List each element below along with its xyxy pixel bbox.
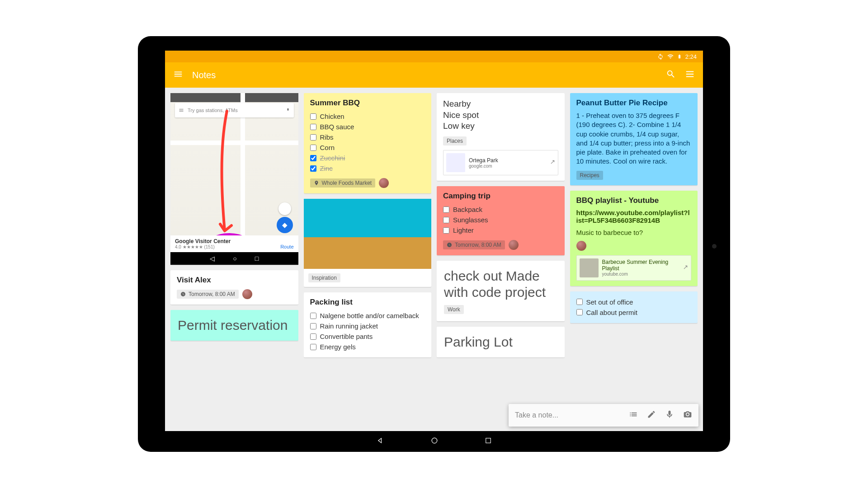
menu-icon[interactable]	[173, 69, 183, 81]
note-inspiration[interactable]: Inspiration	[304, 199, 432, 287]
checklist-item[interactable]: Zinc	[310, 163, 425, 174]
checklist-item[interactable]: Corn	[310, 142, 425, 153]
tag-chip[interactable]: Recipes	[576, 171, 603, 180]
note-todo[interactable]: Set out of officeCall about permit	[570, 291, 698, 323]
note-nearby[interactable]: Nearby Nice spot Low key Places Ortega P…	[437, 93, 565, 181]
wifi-icon	[667, 53, 674, 60]
draw-icon[interactable]	[647, 410, 656, 421]
checkbox[interactable]	[310, 124, 316, 130]
note-code-project[interactable]: check out Made with code project Work	[437, 261, 565, 321]
map-thumbnail: Try gas stations, ATMs 📍 ◆ Google Visito…	[170, 93, 298, 265]
svg-rect-1	[486, 438, 491, 443]
list-icon[interactable]	[629, 410, 638, 421]
checklist-label: Lighter	[453, 226, 474, 234]
camera-icon[interactable]	[683, 410, 692, 421]
checkbox[interactable]	[310, 323, 316, 329]
checklist-label: BBQ sauce	[320, 123, 354, 131]
checklist-item[interactable]: Nalgene bottle and/or camelback	[310, 310, 425, 321]
route-link: Route	[280, 244, 293, 249]
avatar	[242, 289, 252, 299]
checklist-label: Energy gels	[320, 343, 356, 351]
checkbox[interactable]	[310, 145, 316, 151]
note-title: Visit Alex	[177, 276, 292, 285]
open-link-icon	[682, 265, 688, 271]
nav-bar-thumb: ◁○□	[170, 252, 298, 265]
checkbox[interactable]	[310, 155, 316, 161]
link-card[interactable]: Barbecue Summer Evening Playlist youtube…	[576, 255, 692, 281]
take-note-input[interactable]: Take a note...	[515, 411, 620, 419]
take-note-bar[interactable]: Take a note...	[509, 404, 698, 427]
note-camping[interactable]: Camping trip BackpackSunglassesLighter T…	[437, 186, 565, 255]
reminder-chip[interactable]: Tomorrow, 8:00 AM	[177, 290, 239, 299]
checklist-item[interactable]: Zucchini	[310, 153, 425, 163]
my-location-icon	[278, 202, 291, 215]
checklist-item[interactable]: Energy gels	[310, 342, 425, 352]
checklist-label: Nalgene bottle and/or camelback	[320, 312, 419, 319]
note-title: Packing list	[310, 298, 425, 307]
app-title: Notes	[192, 70, 216, 80]
avatar	[509, 240, 519, 250]
open-link-icon	[549, 160, 555, 166]
checklist-label: Ribs	[320, 133, 334, 141]
checklist-item[interactable]: Call about permit	[576, 307, 692, 318]
checklist-item[interactable]: BBQ sauce	[310, 122, 425, 132]
checklist-label: Set out of office	[586, 298, 633, 306]
location-chip[interactable]: Whole Foods Market	[310, 178, 376, 188]
checklist-item[interactable]: Ribs	[310, 132, 425, 142]
map-arrow-annotation	[213, 109, 241, 244]
checkbox[interactable]	[310, 134, 316, 141]
note-title: Summer BBQ	[310, 99, 425, 108]
checkbox[interactable]	[310, 344, 316, 350]
directions-fab: ◆	[277, 217, 293, 233]
checkbox[interactable]	[310, 313, 316, 319]
link-card[interactable]: Ortega Park google.com	[443, 150, 558, 175]
checklist-label: Zinc	[320, 164, 333, 172]
checklist-item[interactable]: Chicken	[310, 111, 425, 122]
tag-chip[interactable]: Inspiration	[308, 273, 340, 282]
svg-point-0	[432, 438, 437, 443]
home-button[interactable]	[430, 436, 439, 447]
checkbox[interactable]	[576, 309, 583, 315]
tag-chip[interactable]: Places	[443, 136, 467, 145]
checkbox[interactable]	[310, 113, 316, 120]
note-map[interactable]: Try gas stations, ATMs 📍 ◆ Google Visito…	[170, 93, 298, 265]
note-playlist[interactable]: BBQ playlist - Youtube https://www.youtu…	[570, 191, 698, 286]
note-summer-bbq[interactable]: Summer BBQ ChickenBBQ sauceRibsCornZucch…	[304, 93, 432, 193]
mic-icon[interactable]	[665, 410, 674, 421]
checklist-item[interactable]: Sunglasses	[443, 215, 558, 225]
search-icon[interactable]	[666, 69, 676, 81]
checkbox[interactable]	[443, 227, 449, 234]
checkbox[interactable]	[576, 299, 583, 305]
tag-chip[interactable]: Work	[444, 305, 464, 314]
note-title: Camping trip	[443, 192, 558, 201]
clock-icon	[447, 242, 452, 248]
note-packing[interactable]: Packing list Nalgene bottle and/or camel…	[304, 292, 432, 357]
rotate-icon	[657, 53, 664, 60]
view-toggle-icon[interactable]	[685, 69, 695, 81]
status-time: 2:24	[685, 53, 697, 60]
checklist-item[interactable]: Convertible pants	[310, 331, 425, 342]
note-recipe[interactable]: Peanut Butter Pie Recipe 1 - Preheat ove…	[570, 93, 698, 185]
checkbox[interactable]	[310, 333, 316, 340]
link-thumb	[446, 153, 465, 172]
notes-grid[interactable]: Try gas stations, ATMs 📍 ◆ Google Visito…	[165, 88, 703, 431]
checkbox[interactable]	[443, 206, 449, 213]
note-permit[interactable]: Permit reservation	[170, 310, 298, 341]
overview-button[interactable]	[484, 436, 492, 446]
reminder-chip[interactable]: Tomorrow, 8:00 AM	[443, 240, 505, 249]
checklist-item[interactable]: Set out of office	[576, 297, 692, 307]
note-parking[interactable]: Parking Lot	[437, 327, 565, 357]
checklist-item[interactable]: Backpack	[443, 204, 558, 215]
checkbox[interactable]	[310, 165, 316, 172]
back-button[interactable]	[376, 436, 385, 447]
checklist-label: Zucchini	[320, 154, 345, 162]
note-photo	[304, 199, 432, 269]
checklist-item[interactable]: Lighter	[443, 225, 558, 235]
note-visit-alex[interactable]: Visit Alex Tomorrow, 8:00 AM	[170, 270, 298, 305]
checklist-label: Call about permit	[586, 309, 637, 316]
checklist-item[interactable]: Rain running jacket	[310, 321, 425, 331]
avatar	[379, 178, 389, 188]
checkbox[interactable]	[443, 217, 449, 223]
location-pin-icon	[314, 180, 319, 186]
checklist-label: Backpack	[453, 206, 482, 213]
